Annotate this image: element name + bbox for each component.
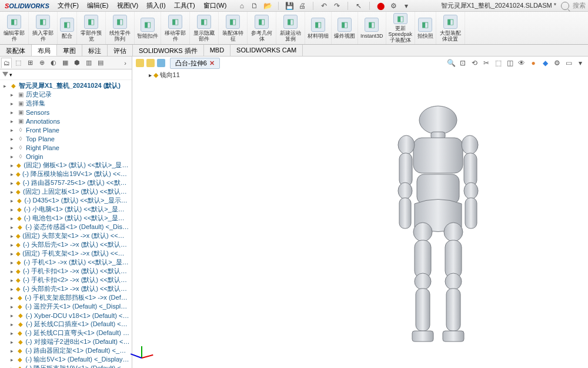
- menu-item[interactable]: 编辑(E): [83, 0, 112, 11]
- breadcrumb-feature[interactable]: 凸台-拉伸6✕: [170, 58, 220, 69]
- tree-node[interactable]: ▸◆(-) 手机卡扣<2> ->x (默认) <<默认>_显示状态 1: [1, 276, 131, 284]
- bc-icon-2[interactable]: [146, 59, 155, 67]
- tree-node[interactable]: ▸◆(-) 电池包<1> (默认) <<默认>_显示状态 1>: [1, 214, 131, 223]
- tree-node[interactable]: ▸◆(-) D435<1> (默认) <<默认>_显示状态 1>: [1, 196, 131, 205]
- tree-node[interactable]: ▸◆(固定) 侧板<1> (默认) <<默认>_显示状态 1>: [1, 161, 131, 170]
- tree-node[interactable]: ▸◊Front Plane: [1, 125, 131, 134]
- tree-node[interactable]: ▸◆(-) 延长线C口直弯头<1> (Default) <_Di: [1, 329, 131, 337]
- tree-node[interactable]: ▸▣历史记录: [1, 90, 131, 99]
- tree-node[interactable]: ▸◆(-) 手机支架底部挡板<1> ->x (Default) <: [1, 293, 131, 302]
- ribbon-button[interactable]: ◧线性零件阵列: [106, 12, 135, 44]
- tree-node[interactable]: ▸◆(-) 对接端子2进8出<1> (Default) <_Di: [1, 337, 131, 346]
- display-tab[interactable]: ◐: [48, 58, 59, 68]
- tree-node[interactable]: ▸◊Right Plane: [1, 143, 131, 152]
- ribbon-button[interactable]: ◧更新Speedpak子装配体: [386, 12, 415, 44]
- scene-icon[interactable]: ◆: [540, 58, 550, 68]
- tree-node[interactable]: ▸◆(-) 延长线C口插座<1> (Default) <_Di: [1, 320, 131, 329]
- prev-view-icon[interactable]: ⟲: [469, 58, 480, 68]
- command-tab[interactable]: 标注: [82, 45, 108, 56]
- home-icon[interactable]: ⌂: [237, 1, 246, 11]
- ribbon-button[interactable]: ◧配合: [58, 12, 77, 44]
- tree-node[interactable]: ▸◆(-) 手机卡扣<1> ->x (默认) <<默认>_显示状态 1: [1, 267, 131, 276]
- menu-item[interactable]: 窗口(W): [200, 0, 230, 11]
- menu-item[interactable]: 插入(I): [143, 0, 169, 11]
- section-view-icon[interactable]: ✂: [481, 58, 492, 68]
- ribbon-button[interactable]: ◧材料明细: [305, 12, 332, 44]
- bc-icon-1[interactable]: [136, 59, 144, 67]
- ribbon-button[interactable]: ◧移动零部件: [161, 12, 190, 44]
- ribbon-button[interactable]: ◧Instant3D: [358, 12, 386, 44]
- command-tab[interactable]: MBD: [204, 45, 230, 56]
- zoom-area-icon[interactable]: ⊡: [457, 58, 468, 68]
- tree-node[interactable]: ▸◊Top Plane: [1, 134, 131, 143]
- tree-node[interactable]: ▸▣Annotations: [1, 117, 131, 125]
- tree-node[interactable]: ▸▣选择集: [1, 99, 131, 108]
- tree-node[interactable]: ▸◆(固定) 手机支架<1> ->x (默认) <<默认>_显示状态: [1, 249, 131, 258]
- tree-node[interactable]: ▸◆(-) 遥控开关<1> (Default) <_Display St: [1, 302, 131, 311]
- command-tab[interactable]: SOLIDWORKS CAM: [230, 45, 303, 56]
- zoom-fit-icon[interactable]: 🔍: [446, 58, 456, 68]
- bc-icon-3[interactable]: [157, 59, 165, 67]
- tree-node[interactable]: ▸◆(-) 姿态传感器<1> (Default) <_Display: [1, 223, 131, 231]
- feature-tree-tab[interactable]: 🗂: [1, 58, 12, 68]
- hide-show-icon[interactable]: 👁: [516, 58, 527, 68]
- redo-icon[interactable]: ↷: [332, 1, 342, 11]
- more-icon[interactable]: ▾: [575, 58, 586, 68]
- select-icon[interactable]: ↖: [354, 1, 363, 11]
- command-tab[interactable]: 草图: [57, 45, 82, 56]
- save-icon[interactable]: 💾: [285, 1, 294, 11]
- display-style-icon[interactable]: ◫: [505, 58, 515, 68]
- ribbon-button[interactable]: ◧零部件预览: [77, 12, 106, 44]
- ribbon-button[interactable]: ◧编辑零部件: [0, 12, 29, 44]
- new-icon[interactable]: 🗋: [250, 1, 259, 11]
- config-tab[interactable]: ⊞: [25, 58, 35, 68]
- ribbon-button[interactable]: ◧插入零部件: [29, 12, 58, 44]
- ribbon-button[interactable]: ◧参考几何体: [248, 12, 276, 44]
- tree-node[interactable]: ▸◆(-) 降压模块输出19V<1> (默认) <<默认>_显示状态: [1, 170, 131, 178]
- appearance-icon[interactable]: ●: [528, 58, 539, 68]
- tree-node[interactable]: ▸◆智元灵犀X1_整机_20241024 (默认): [1, 81, 131, 90]
- tree-node[interactable]: ▸◆(-) 路由器5757-25<1> (默认) <<默认>_显示状态: [1, 178, 131, 187]
- ribbon-button[interactable]: ◧智能扣件: [135, 12, 161, 44]
- view-settings-icon[interactable]: ⚙: [552, 58, 562, 68]
- undo-icon[interactable]: ↶: [319, 1, 329, 11]
- print-icon[interactable]: 🖨: [298, 1, 307, 11]
- cam-tab[interactable]: ⬢: [72, 58, 82, 68]
- tree-node[interactable]: ▸▣Sensors: [1, 108, 131, 117]
- search-box[interactable]: 搜索: [561, 1, 586, 10]
- tree-node[interactable]: ▸◆(-) 路由器固定架<1> (Default) <_Displ: [1, 346, 131, 355]
- tab-8[interactable]: ▥: [83, 58, 94, 68]
- tree-node[interactable]: ▸◆(固定) 上固定板<1> (默认) <<默认>_显示状态 1: [1, 187, 131, 196]
- tree-node[interactable]: ▸◆(-) Xyber-DCU v18<1> (Default) <_Di: [1, 311, 131, 320]
- command-tab[interactable]: SOLIDWORKS 插件: [133, 45, 204, 56]
- tree-node[interactable]: ▸◆(-) 手机<1> ->x (默认) <<默认>_显示状态 1>: [1, 258, 131, 267]
- appearance-tab[interactable]: ▦: [60, 58, 71, 68]
- rebuild-icon[interactable]: ⬤: [376, 1, 385, 11]
- options-icon[interactable]: ⚙: [389, 1, 398, 11]
- dropdown-icon[interactable]: ▾: [402, 1, 411, 11]
- command-tab[interactable]: 评估: [108, 45, 133, 56]
- filter-icon[interactable]: [2, 72, 8, 78]
- tree-node[interactable]: ▸◆(-) 小电脑<1> (默认) <<默认>_显示状态 1>: [1, 205, 131, 214]
- tree-node[interactable]: ▸◆(固定) 头部支架<1> ->x (默认) <<默认>_显示状态: [1, 231, 131, 240]
- feature-flyout[interactable]: ▸ ◆ 镜向11: [149, 71, 180, 79]
- open-icon[interactable]: 📂: [263, 1, 272, 11]
- ribbon-button[interactable]: ◧装配体特征: [219, 12, 248, 44]
- dim-tab[interactable]: ⊕: [36, 58, 47, 68]
- command-tab[interactable]: 布局: [32, 45, 57, 56]
- menu-item[interactable]: 工具(T): [171, 0, 199, 11]
- collapse-icon[interactable]: ›: [120, 58, 131, 68]
- command-tab[interactable]: 装配体: [0, 45, 32, 56]
- tree-node[interactable]: ▸◆(-) 输出5V<1> (Default) <_Display Sta: [1, 355, 131, 364]
- tree-node[interactable]: ▸◊Origin: [1, 152, 131, 161]
- close-icon[interactable]: ✕: [209, 59, 215, 67]
- ribbon-button[interactable]: ◧拍快照: [415, 12, 436, 44]
- render-icon[interactable]: ▭: [563, 58, 574, 68]
- menu-item[interactable]: 文件(F): [54, 0, 82, 11]
- graphics-viewport[interactable]: 凸台-拉伸6✕ ▸ ◆ 镜向11 🔍 ⊡ ⟲ ✂ ⬚ ◫ 👁 ● ◆ ⚙ ▭ ▾: [132, 57, 588, 368]
- tree-node[interactable]: ▸◆(-) 头部后壳<1> ->x (默认) <<默认>_显示状态 1: [1, 240, 131, 249]
- ribbon-button[interactable]: ◧爆炸视图: [332, 12, 358, 44]
- ribbon-button[interactable]: ◧显示隐藏部件: [190, 12, 219, 44]
- menu-item[interactable]: 视图(V): [113, 0, 142, 11]
- property-tab[interactable]: ⬚: [13, 58, 24, 68]
